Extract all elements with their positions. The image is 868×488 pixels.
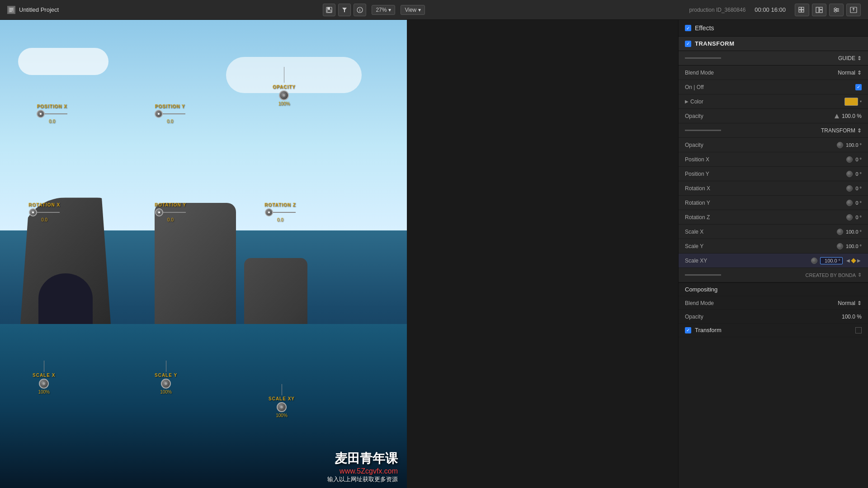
zoom-button[interactable]: 27% ▾	[372, 5, 395, 15]
transform-select-row: TRANSFORM ⇕	[679, 123, 868, 138]
scale-xy-control[interactable]: SCALE XY 100%	[269, 384, 295, 418]
compositing-blend-select[interactable]: Normal ⇕	[838, 300, 862, 306]
svg-rect-12	[799, 10, 801, 12]
transform-select[interactable]: TRANSFORM ⇕	[821, 127, 862, 134]
scale-y-prop-knob[interactable]	[837, 243, 843, 249]
svg-point-21	[836, 9, 838, 11]
position-x-control[interactable]: POSITION X 0.0	[37, 104, 67, 124]
color-expand-arrow[interactable]: ▶	[685, 99, 689, 104]
svg-rect-5	[327, 7, 330, 9]
compositing-transform-checkbox[interactable]	[685, 327, 691, 333]
rotation-x-prop-knob[interactable]	[846, 185, 853, 192]
svg-rect-2	[9, 9, 13, 10]
rotation-z-prop-label: Rotation Z	[685, 214, 846, 221]
scale-xy-prop-label: Scale XY	[685, 258, 811, 264]
rotation-x-control[interactable]: ROTATION X 0.0	[28, 202, 60, 222]
main-content: POSITION X 0.0 POSITION Y 0.0	[0, 20, 868, 488]
compositing-opacity-value: 100.0 %	[842, 314, 862, 320]
rotation-y-knob[interactable]	[155, 208, 163, 216]
transform-checkbox[interactable]	[685, 41, 691, 47]
rotation-z-prop-knob[interactable]	[846, 214, 853, 221]
guide-slider[interactable]	[685, 57, 721, 59]
scale-x-prop-knob[interactable]	[837, 229, 843, 235]
effects-checkbox[interactable]	[685, 25, 691, 31]
rotation-z-control[interactable]: ROTATION Z 0.0	[264, 202, 296, 222]
grid-icon[interactable]	[795, 4, 809, 16]
effects-header: Effects	[679, 20, 868, 37]
on-off-checkbox[interactable]	[855, 84, 862, 90]
rotation-y-prop-knob[interactable]	[846, 200, 853, 206]
position-y-prop-row: Position Y 0 °	[679, 167, 868, 181]
transform-header: TRANSFORM	[679, 37, 868, 51]
rotation-y-prop-row: Rotation Y 0 °	[679, 196, 868, 210]
compositing-opacity-label: Opacity	[685, 314, 842, 320]
scale-x-control[interactable]: SCALE X 100%	[33, 361, 55, 394]
position-y-knob[interactable]	[155, 110, 163, 118]
export-icon[interactable]	[846, 4, 861, 16]
svg-marker-7	[342, 8, 347, 12]
top-bar-right: production ID_3680846 00:00 16:00	[689, 4, 861, 16]
opacity-arrow-icon	[835, 114, 839, 118]
rotation-x-prop-label: Rotation X	[685, 185, 846, 192]
position-y-control[interactable]: POSITION Y 0.0	[155, 104, 185, 124]
top-right-icons	[795, 4, 861, 16]
top-bar-view-icons: i	[323, 4, 366, 16]
blend-mode-select[interactable]: Normal ⇕	[838, 70, 862, 76]
project-title: Untitled Project	[19, 6, 59, 13]
scale-x-knob[interactable]	[39, 379, 49, 389]
rotation-z-knob[interactable]	[265, 208, 273, 216]
opacity-prop-knob[interactable]	[837, 142, 843, 148]
view-button[interactable]: View ▾	[401, 5, 425, 15]
scale-y-control[interactable]: SCALE Y 100%	[155, 361, 177, 394]
scale-xy-knob[interactable]	[277, 402, 287, 412]
info-icon[interactable]: i	[354, 4, 366, 16]
svg-rect-10	[799, 7, 801, 9]
compositing-section: Compositing Blend Mode Normal ⇕ Opacity …	[679, 282, 868, 488]
scale-xy-prop-knob[interactable]	[811, 258, 817, 264]
position-x-prop-knob[interactable]	[846, 156, 853, 163]
position-y-prop-knob[interactable]	[846, 171, 853, 177]
watermark: 麦田青年课 www.5Zcgvfx.com 输入以上网址获取更多资源	[327, 450, 398, 483]
compositing-header-row: Compositing	[679, 283, 868, 296]
svg-text:i: i	[359, 8, 361, 13]
transform-slider[interactable]	[685, 130, 721, 131]
filter-icon[interactable]	[338, 4, 351, 16]
transform-expand-box[interactable]	[855, 327, 862, 333]
svg-rect-11	[802, 7, 804, 9]
cloud-layer	[0, 43, 407, 207]
created-by-row: CREATED BY BONDA ⇕	[679, 268, 868, 282]
scale-y-prop-row: Scale Y 100.0 °	[679, 239, 868, 253]
svg-point-20	[835, 8, 836, 9]
rotation-x-prop-row: Rotation X 0 °	[679, 181, 868, 196]
canvas-area: POSITION X 0.0 POSITION Y 0.0	[0, 20, 678, 488]
rotation-x-knob[interactable]	[29, 208, 37, 216]
color-row: ▶ Color ▾	[679, 94, 868, 109]
position-y-prop-label: Position Y	[685, 171, 846, 177]
compositing-transform-label: Transform	[695, 327, 722, 333]
prev-keyframe-icon[interactable]: ◀	[845, 258, 851, 263]
guide-row: GUIDE ⇕	[679, 51, 868, 66]
top-bar: Untitled Project i	[0, 0, 868, 20]
rotation-y-control[interactable]: ROTATION Y 0.0	[155, 202, 186, 222]
next-keyframe-icon[interactable]: ▶	[856, 258, 862, 263]
color-dropdown-arrow[interactable]: ▾	[860, 99, 862, 103]
opacity-knob[interactable]	[279, 90, 289, 100]
scale-xy-prop-row: Scale XY 100.0 ° ◀ ▶	[679, 253, 868, 268]
compositing-blend-label: Blend Mode	[685, 300, 838, 306]
color-label: Color	[690, 99, 844, 105]
position-x-prop-row: Position X 0 °	[679, 152, 868, 167]
guide-select[interactable]: GUIDE ⇕	[838, 55, 862, 61]
scale-y-knob[interactable]	[161, 379, 171, 389]
save-icon[interactable]	[323, 4, 335, 16]
position-x-knob[interactable]	[37, 110, 45, 118]
keyframe-diamond-icon[interactable]	[851, 258, 856, 263]
blend-mode-row: Blend Mode Normal ⇕	[679, 66, 868, 80]
layout-icon[interactable]	[812, 4, 826, 16]
svg-marker-25	[835, 114, 839, 118]
opacity-control[interactable]: OPACITY 100%	[273, 67, 296, 106]
settings-icon[interactable]	[829, 4, 844, 16]
scale-y-vert-line	[166, 361, 166, 372]
scale-xy-value-field[interactable]: 100.0 °	[820, 257, 843, 264]
color-swatch[interactable]	[844, 98, 858, 106]
opacity-prop-label: Opacity	[685, 142, 837, 148]
